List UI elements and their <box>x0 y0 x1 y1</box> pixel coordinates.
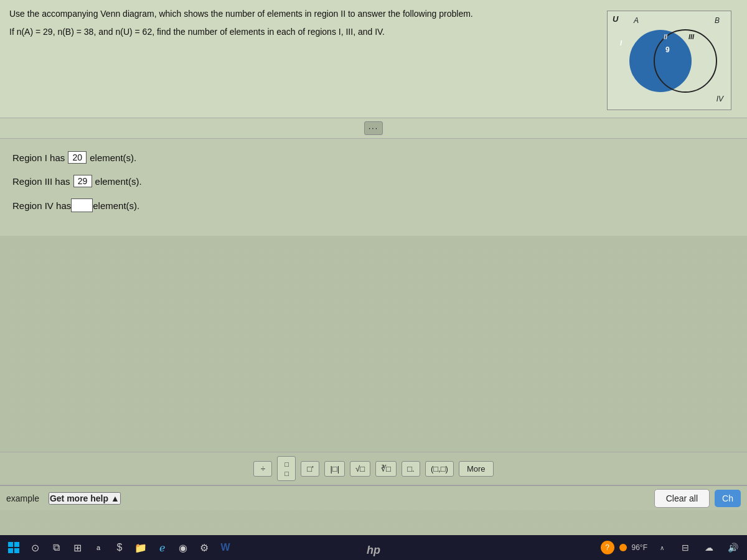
svg-rect-2 <box>8 542 13 547</box>
venn-number-9: 9 <box>665 45 670 54</box>
math-btn-decimal[interactable]: □. <box>402 461 420 477</box>
taskbar-right: ? 96°F ∧ ⊟ ☁ 🔊 <box>601 538 742 557</box>
question-area: Use the accompanying Venn diagram, which… <box>0 0 747 118</box>
region-IV-row: Region IV has element(s). <box>12 198 735 212</box>
math-toolbar: ÷ □□ □' |□| √□ ∛□ □. (□,□) More <box>0 452 747 485</box>
taskbar-app-dollar[interactable]: $ <box>110 538 129 557</box>
venn-region-labels: I II III 9 IV <box>608 11 731 110</box>
region-III-prefix: Region III has <box>12 176 70 187</box>
taskbar-cloud-icon[interactable]: ☁ <box>700 538 718 557</box>
venn-region-IV-label: IV <box>716 95 723 103</box>
region-IV-prefix: Region IV has <box>12 200 71 211</box>
bottom-left: example Get more help ▲ <box>6 492 121 505</box>
bottom-bar: example Get more help ▲ Clear all Ch <box>0 485 747 510</box>
question-line2: If n(A) = 29, n(B) = 38, and n(U) = 62, … <box>9 26 588 39</box>
math-btn-mixed[interactable]: □□ <box>277 456 296 481</box>
taskbar-app-folder[interactable]: 📁 <box>131 538 150 557</box>
taskbar-grid-icon[interactable]: ⊞ <box>68 538 87 557</box>
taskbar-layout-icon[interactable]: ⊟ <box>676 538 695 557</box>
region-I-value: 20 <box>68 151 87 164</box>
taskbar-word-icon[interactable]: W <box>216 538 235 557</box>
region-I-row: Region I has 20 element(s). <box>12 151 735 164</box>
windows-icon <box>8 542 19 553</box>
venn-container: U A B I II III 9 IV <box>607 11 731 110</box>
taskbar-search-icon[interactable]: ⊙ <box>26 538 44 557</box>
get-more-help-button[interactable]: Get more help ▲ <box>49 492 121 505</box>
venn-region-II-label: II <box>664 33 667 40</box>
start-button[interactable] <box>5 539 22 556</box>
region-I-suffix: element(s). <box>90 152 136 163</box>
taskbar-volume-icon[interactable]: 🔊 <box>723 538 742 557</box>
region-III-suffix: element(s). <box>95 176 142 187</box>
svg-rect-3 <box>14 542 19 547</box>
venn-region-III-label: III <box>688 33 694 40</box>
math-btn-more[interactable]: More <box>459 461 494 477</box>
taskbar-app-a[interactable]: a <box>89 538 108 557</box>
region-I-prefix: Region I has <box>12 152 65 163</box>
taskbar-circle-icon[interactable]: ◉ <box>174 538 192 557</box>
math-btn-cbrt[interactable]: ∛□ <box>375 461 397 477</box>
more-button-area: ··· <box>0 118 747 139</box>
dots-menu-button[interactable]: ··· <box>364 121 383 135</box>
ch-button[interactable]: Ch <box>715 490 741 507</box>
bottom-right: Clear all Ch <box>654 489 741 508</box>
taskbar-chevron-icon[interactable]: ∧ <box>652 538 671 557</box>
math-btn-sqrt[interactable]: √□ <box>350 461 370 477</box>
clear-all-button[interactable]: Clear all <box>654 489 710 508</box>
taskbar-gear-icon[interactable]: ⚙ <box>195 538 214 557</box>
taskbar-icons: ⊙ ⧉ ⊞ a $ 📁 ℯ ◉ ⚙ W <box>26 538 601 557</box>
region-III-value: 29 <box>73 175 92 187</box>
example-link[interactable]: example <box>6 493 39 503</box>
venn-region-I-label: I <box>620 39 622 47</box>
math-btn-fraction[interactable]: ÷ <box>253 461 272 477</box>
svg-rect-5 <box>14 548 19 553</box>
main-content: Use the accompanying Venn diagram, which… <box>0 0 747 535</box>
math-btn-ordered-pair[interactable]: (□,□) <box>425 461 454 477</box>
taskbar-status-dot <box>619 544 627 551</box>
math-btn-prime[interactable]: □' <box>301 461 319 477</box>
hp-logo: hp <box>367 544 380 557</box>
region-IV-suffix: element(s). <box>93 200 139 211</box>
venn-diagram-area: U A B I II III 9 IV <box>601 7 738 110</box>
mixed-icon: □□ <box>284 460 289 477</box>
taskbar-task-view-icon[interactable]: ⧉ <box>47 538 65 557</box>
region-IV-input[interactable] <box>71 198 93 212</box>
question-text: Use the accompanying Venn diagram, which… <box>9 7 601 110</box>
question-line1: Use the accompanying Venn diagram, which… <box>9 7 588 21</box>
svg-rect-4 <box>8 548 13 553</box>
math-btn-abs[interactable]: |□| <box>324 461 345 477</box>
taskbar-temperature: 96°F <box>632 543 647 552</box>
answer-area: Region I has 20 element(s). Region III h… <box>0 139 747 236</box>
taskbar-help-icon[interactable]: ? <box>601 541 614 554</box>
region-III-row: Region III has 29 element(s). <box>12 175 735 187</box>
taskbar-edge-icon[interactable]: ℯ <box>153 538 171 557</box>
